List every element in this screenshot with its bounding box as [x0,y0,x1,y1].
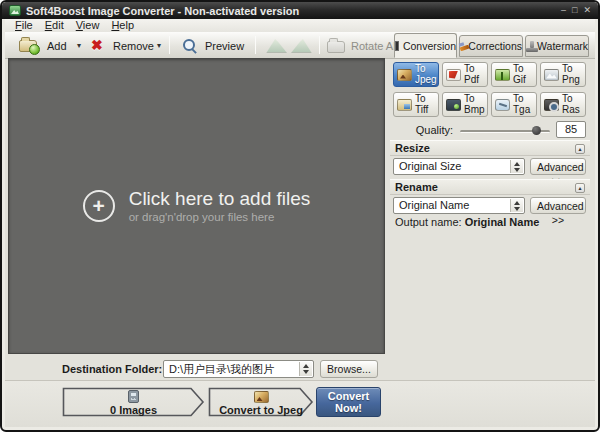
menu-edit[interactable]: Edit [39,19,70,32]
dropzone-subtitle: or drag'n'drop your files here [129,211,311,223]
rotate-all-button: Rotate All [351,40,398,52]
add-files-plus-icon[interactable]: + [83,190,115,222]
window-title: Soft4Boost Image Converter - Non-activat… [26,5,556,17]
corrections-tab-icon [460,41,464,52]
format-to-gif-button[interactable]: To Gif [491,62,537,87]
destination-folder-label: Destination Folder: [62,363,162,375]
tab-corrections-label: Corrections [468,40,522,52]
output-format-grid: To Jpeg To Pdf To Gif To Png To Tiff To … [393,62,586,117]
browse-button[interactable]: Browse... [320,360,378,378]
pdf-icon [446,69,461,81]
rotate-all-icon [327,41,345,53]
add-dropdown-caret-icon[interactable]: ▾ [77,41,81,50]
quality-value-field[interactable]: 85 [556,121,586,138]
jpeg-icon [397,69,412,81]
watermark-tab-icon [526,41,533,52]
conversion-tab-icon [395,41,399,51]
quality-slider[interactable] [460,130,550,133]
rename-select-spinner-icon[interactable] [510,199,523,212]
rename-section-header: Rename ▴ [390,179,590,195]
format-to-pdf-button[interactable]: To Pdf [442,62,488,87]
images-count-label: 0 Images [110,404,157,416]
destination-folder-input[interactable]: D:\用户目录\我的图片 [163,360,314,378]
format-to-tga-button[interactable]: To Tga [491,92,537,117]
jpeg-icon [254,391,269,403]
close-button[interactable]: ✕ [583,6,591,15]
tab-watermark[interactable]: Watermark [525,35,589,57]
menu-view[interactable]: View [70,19,106,32]
remove-dropdown-caret-icon[interactable]: ▾ [157,41,161,50]
tab-watermark-label: Watermark [537,40,588,52]
output-name-line: Output name: Original Name [395,216,539,228]
menu-bar: File Edit View Help [5,19,595,32]
tiff-icon [397,99,412,111]
dropzone-title: Click here to add files [129,189,311,210]
gif-icon [495,69,510,81]
format-to-bmp-button[interactable]: To Bmp [442,92,488,117]
remove-icon[interactable]: ✖ [91,37,103,53]
resize-section-header: Resize ▴ [390,140,590,156]
add-files-icon[interactable] [19,40,37,52]
output-name-label: Output name: [395,216,462,228]
png-icon [544,69,559,81]
resize-select-spinner-icon[interactable] [510,160,523,173]
conversion-target-step: Convert to Jpeg [208,387,314,417]
app-icon [9,5,21,16]
resize-advanced-button[interactable]: Advanced >> [530,158,586,175]
tga-icon [495,99,510,111]
images-counter-icon [128,390,139,403]
format-to-tiff-button[interactable]: To Tiff [393,92,439,117]
toolbar-separator [169,36,170,54]
rename-advanced-button[interactable]: Advanced >> [530,197,586,214]
menu-file[interactable]: File [9,19,39,32]
resize-collapse-button[interactable]: ▴ [575,144,585,154]
file-drop-zone[interactable]: + Click here to add files or drag'n'drop… [8,58,385,354]
tab-conversion-label: Conversion [403,40,456,52]
rotate-right-icon [291,38,313,53]
format-to-png-button[interactable]: To Png [540,62,586,87]
toolbar-separator [255,36,256,54]
bmp-icon [446,99,461,111]
convert-now-button[interactable]: Convert Now! [316,387,381,417]
images-count-step: 0 Images [62,387,205,417]
conversion-target-label: Convert to Jpeg [219,404,303,416]
preview-icon[interactable] [183,39,198,54]
rotate-left-icon [265,38,287,53]
output-name-value: Original Name [465,216,540,228]
resize-select[interactable]: Original Size [393,158,525,175]
rename-select[interactable]: Original Name [393,197,525,214]
maximize-button[interactable]: □ [572,6,577,15]
rename-collapse-button[interactable]: ▴ [575,183,585,193]
remove-button[interactable]: Remove [113,40,154,52]
quality-label: Quality: [393,124,453,136]
title-bar: Soft4Boost Image Converter - Non-activat… [2,2,598,19]
minimize-button[interactable]: – [561,6,566,15]
ras-icon [544,99,559,111]
destination-spinner-icon[interactable] [299,362,312,376]
toolbar-separator [319,36,320,54]
tab-corrections[interactable]: Corrections [459,35,523,57]
add-button[interactable]: Add [47,40,67,52]
quality-slider-thumb[interactable] [532,126,541,135]
format-to-jpeg-button[interactable]: To Jpeg [393,62,439,87]
conversion-status-bar: 0 Images Convert to Jpeg Convert Now! [5,380,595,427]
tab-conversion[interactable]: Conversion [394,33,457,58]
format-to-ras-button[interactable]: To Ras [540,92,586,117]
app-window: Soft4Boost Image Converter - Non-activat… [0,0,600,432]
preview-button[interactable]: Preview [205,40,244,52]
menu-help[interactable]: Help [105,19,140,32]
